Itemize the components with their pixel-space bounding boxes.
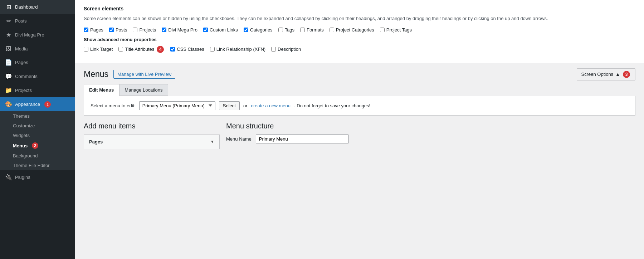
menu-structure-panel: Menu structure Menu Name bbox=[226, 122, 635, 149]
checkbox-css-classes-input[interactable] bbox=[170, 47, 175, 52]
sidebar-item-theme-file-editor[interactable]: Theme File Editor bbox=[0, 161, 75, 170]
checkbox-link-target[interactable]: Link Target bbox=[84, 47, 113, 52]
lower-panels: Add menu items Pages ▼ Menu structure Me… bbox=[84, 122, 635, 149]
sidebar-item-comments[interactable]: 💬 Comments bbox=[0, 69, 75, 83]
checkbox-link-target-input[interactable] bbox=[84, 47, 88, 52]
sidebar-item-label: Media bbox=[15, 46, 28, 52]
menus-header: Menus Manage with Live Preview Screen Op… bbox=[75, 63, 644, 80]
menu-structure-title: Menu structure bbox=[226, 122, 635, 130]
screen-options-badge: 3 bbox=[623, 71, 630, 78]
menu-name-row: Menu Name bbox=[226, 135, 635, 143]
appearance-badge: 1 bbox=[44, 101, 51, 108]
chevron-up-icon: ▲ bbox=[615, 72, 620, 77]
tab-edit-menus[interactable]: Edit Menus bbox=[84, 84, 119, 96]
checkbox-pages[interactable]: Pages bbox=[84, 27, 103, 33]
screen-elements-panel: Screen elements Some screen elements can… bbox=[75, 0, 644, 63]
sidebar-item-label: Appearance bbox=[15, 102, 40, 107]
checkbox-link-relationship-input[interactable] bbox=[210, 47, 215, 52]
live-preview-button[interactable]: Manage with Live Preview bbox=[113, 70, 175, 79]
menus-badge: 2 bbox=[32, 142, 38, 149]
widgets-label: Widgets bbox=[13, 133, 30, 138]
sidebar-item-media[interactable]: 🖼 Media bbox=[0, 42, 75, 55]
sidebar-item-posts[interactable]: ✏ Posts bbox=[0, 14, 75, 28]
screen-elements-title: Screen elements bbox=[84, 6, 635, 11]
sidebar-item-projects[interactable]: 📁 Projects bbox=[0, 83, 75, 97]
dashboard-icon: ⊞ bbox=[5, 4, 12, 10]
checkbox-pages-input[interactable] bbox=[84, 28, 88, 32]
checkbox-categories-input[interactable] bbox=[244, 28, 248, 32]
screen-elements-description: Some screen elements can be shown or hid… bbox=[84, 15, 635, 22]
checkbox-title-attributes-input[interactable] bbox=[118, 47, 123, 52]
sidebar-item-dashboard[interactable]: ⊞ Dashboard bbox=[0, 0, 75, 14]
checkbox-divi-mega-pro-input[interactable] bbox=[162, 28, 166, 32]
checkbox-divi-mega-pro[interactable]: Divi Mega Pro bbox=[162, 27, 197, 33]
checkbox-custom-links-input[interactable] bbox=[203, 28, 208, 32]
checkbox-categories[interactable]: Categories bbox=[244, 27, 273, 33]
checkbox-posts-input[interactable] bbox=[109, 28, 114, 32]
appearance-icon: 🎨 bbox=[5, 101, 12, 108]
sidebar: ⊞ Dashboard ✏ Posts ★ Divi Mega Pro 🖼 Me… bbox=[0, 0, 75, 259]
checkbox-formats-input[interactable] bbox=[300, 28, 305, 32]
sidebar-item-label: Posts bbox=[15, 18, 27, 24]
title-attributes-badge: 4 bbox=[157, 46, 164, 53]
advanced-checkboxes: Link Target Title Attributes4 CSS Classe… bbox=[84, 46, 635, 53]
checkbox-posts[interactable]: Posts bbox=[109, 27, 127, 33]
projects-icon: 📁 bbox=[5, 87, 12, 94]
select-button[interactable]: Select bbox=[219, 101, 240, 110]
menus-title-row: Menus Manage with Live Preview bbox=[84, 69, 175, 79]
sidebar-item-appearance[interactable]: 🎨 Appearance 1 bbox=[0, 97, 75, 111]
checkbox-projects[interactable]: Projects bbox=[133, 27, 156, 33]
sidebar-item-widgets[interactable]: Widgets bbox=[0, 131, 75, 140]
checkbox-tags[interactable]: Tags bbox=[278, 27, 294, 33]
checkbox-project-categories[interactable]: Project Categories bbox=[330, 27, 374, 33]
sidebar-item-themes[interactable]: Themes bbox=[0, 111, 75, 121]
accordion-header-pages[interactable]: Pages ▼ bbox=[84, 135, 219, 149]
advanced-properties-label: Show advanced menu properties bbox=[84, 37, 635, 42]
menu-name-input[interactable] bbox=[256, 135, 349, 143]
select-menu-row: Select a menu to edit: Primary Menu (Pri… bbox=[84, 96, 635, 116]
accordion-label-pages: Pages bbox=[89, 139, 103, 145]
checkbox-project-tags-input[interactable] bbox=[380, 28, 385, 32]
add-menu-items-panel: Add menu items Pages ▼ bbox=[84, 122, 220, 149]
menus-title: Menus bbox=[84, 69, 108, 79]
theme-file-editor-label: Theme File Editor bbox=[13, 163, 50, 168]
sidebar-item-divi-mega-pro[interactable]: ★ Divi Mega Pro bbox=[0, 28, 75, 42]
content-area: Select a menu to edit: Primary Menu (Pri… bbox=[75, 96, 644, 259]
checkbox-formats[interactable]: Formats bbox=[300, 27, 324, 33]
sidebar-item-label: Plugins bbox=[15, 175, 30, 180]
checkbox-description[interactable]: Description bbox=[271, 47, 301, 52]
sidebar-item-plugins[interactable]: 🔌 Plugins bbox=[0, 170, 75, 184]
checkbox-projects-input[interactable] bbox=[133, 28, 137, 32]
posts-icon: ✏ bbox=[5, 18, 12, 24]
menu-name-label: Menu Name bbox=[226, 136, 252, 142]
checkbox-css-classes[interactable]: CSS Classes bbox=[170, 47, 204, 52]
select-menu-label: Select a menu to edit: bbox=[91, 103, 136, 108]
screen-options-button[interactable]: Screen Options ▲ 3 bbox=[577, 68, 635, 80]
sidebar-item-label: Comments bbox=[15, 74, 38, 79]
checkbox-custom-links[interactable]: Custom Links bbox=[203, 27, 238, 33]
accordion-arrow-icon: ▼ bbox=[210, 140, 214, 144]
sidebar-item-background[interactable]: Background bbox=[0, 151, 75, 161]
create-new-menu-link[interactable]: create a new menu bbox=[251, 103, 291, 108]
pages-icon: 📄 bbox=[5, 59, 12, 66]
checkbox-title-attributes[interactable]: Title Attributes4 bbox=[118, 46, 165, 53]
comments-icon: 💬 bbox=[5, 73, 12, 80]
checkbox-project-tags[interactable]: Project Tags bbox=[380, 27, 412, 33]
sidebar-item-menus[interactable]: Menus 2 bbox=[0, 140, 75, 151]
menus-label: Menus bbox=[13, 143, 28, 148]
checkbox-project-categories-input[interactable] bbox=[330, 28, 334, 32]
or-text: or bbox=[243, 103, 248, 108]
divi-icon: ★ bbox=[5, 31, 12, 38]
sidebar-item-customize[interactable]: Customize bbox=[0, 121, 75, 131]
checkbox-link-relationship[interactable]: Link Relationship (XFN) bbox=[210, 47, 265, 52]
menu-dropdown[interactable]: Primary Menu (Primary Menu) bbox=[139, 101, 215, 110]
checkbox-description-input[interactable] bbox=[271, 47, 276, 52]
checkbox-tags-input[interactable] bbox=[278, 28, 283, 32]
background-label: Background bbox=[13, 153, 38, 158]
screen-options-label: Screen Options bbox=[581, 72, 614, 77]
sidebar-item-label: Divi Mega Pro bbox=[15, 32, 44, 38]
tab-manage-locations[interactable]: Manage Locations bbox=[119, 84, 168, 96]
sidebar-item-label: Pages bbox=[15, 60, 28, 65]
sidebar-item-pages[interactable]: 📄 Pages bbox=[0, 55, 75, 69]
themes-label: Themes bbox=[13, 113, 30, 119]
